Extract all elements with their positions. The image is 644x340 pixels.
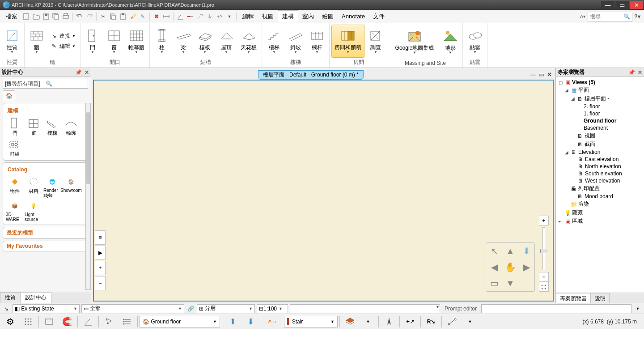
canvas-close-icon[interactable]: ✕ (546, 71, 553, 78)
nav-nw-icon[interactable]: ↖ (486, 243, 502, 259)
angle-snap-icon[interactable] (80, 315, 97, 328)
zoom-slider[interactable]: + − ⛶ (538, 216, 549, 292)
magnet-icon[interactable]: 🧲 (59, 315, 76, 328)
ribbon-search[interactable]: 🔍 (588, 12, 632, 21)
survey-button[interactable]: 調查▼ (365, 25, 386, 58)
search-icon[interactable]: 🔍 (46, 81, 86, 87)
menu-interior[interactable]: 室內 (298, 11, 318, 22)
menu-drawing[interactable]: 繪圖 (318, 11, 338, 22)
wall-button[interactable]: 牆▼ (26, 25, 47, 58)
brush-icon[interactable]: 🖌 (128, 12, 137, 21)
tree-moodboard[interactable]: Mood board (585, 193, 613, 200)
cut-icon[interactable]: ✂ (99, 12, 108, 21)
dc-material[interactable]: 材料 (25, 175, 42, 198)
close-button[interactable]: ✕ (630, 1, 643, 9)
minimize-button[interactable]: — (601, 1, 614, 9)
design-center-search[interactable]: [搜尋所有項目] 🔍 (3, 79, 88, 89)
nav-up-icon[interactable]: ▲ (502, 243, 518, 259)
pencil-icon[interactable]: ✎ (138, 12, 147, 21)
arrow-down-icon[interactable] (205, 12, 214, 21)
grid-icon[interactable] (20, 315, 37, 328)
save-icon[interactable] (42, 12, 51, 21)
recent-models[interactable]: 最近的模型 (3, 227, 88, 239)
zoom-minus-icon[interactable]: − (95, 276, 106, 290)
ceiling-button[interactable]: 天花板▼ (237, 25, 260, 58)
pointcloud-button[interactable]: 點雲▼ (465, 25, 485, 58)
tree-floor-2[interactable]: 2. floor (584, 103, 600, 110)
tree-print-layout[interactable]: 列印配置 (578, 185, 600, 192)
nav-pan-icon[interactable]: ✋ (502, 259, 518, 275)
tree-hidden[interactable]: 隱藏 (572, 209, 583, 217)
prompt-editor-input[interactable] (481, 304, 631, 313)
right-tab-browser[interactable]: 專案瀏覽器 (556, 293, 591, 303)
menu-document[interactable]: 文件 (369, 11, 389, 22)
nav-sw-icon[interactable]: ▭ (486, 275, 502, 291)
properties-button[interactable]: 性質▼ (2, 25, 22, 58)
canvas-tab[interactable]: 樓層平面 - Default - Ground floor (0 m) * (258, 70, 363, 80)
panel-close-icon[interactable]: ✕ (85, 69, 89, 76)
railing-button[interactable]: 欄杆▼ (307, 25, 327, 58)
maximize-button[interactable]: ▭ (615, 1, 629, 9)
floor-down-icon[interactable]: ⬇ (242, 315, 259, 328)
column-button[interactable]: 柱▼ (152, 25, 172, 58)
left-tab-properties[interactable]: 性質 (0, 292, 21, 303)
menu-view[interactable]: 視圖 (258, 11, 278, 22)
wall-connect-button[interactable]: ↘連接 ▼ (48, 31, 78, 41)
project-tree[interactable]: ▢▣Views (5) ◢▦平面 ◢🗎樓層平面 - 2. floor 1. fl… (556, 77, 644, 293)
terrain-button[interactable]: 地形▼ (440, 25, 461, 58)
search-icon[interactable]: 🔍 (623, 13, 630, 20)
tree-ground-floor[interactable]: Ground floor (584, 118, 616, 124)
layers-dropdown-icon[interactable]: ▼ (360, 315, 377, 328)
paste-icon[interactable] (119, 12, 127, 21)
tree-south-elev[interactable]: South elevation (585, 170, 622, 177)
dc-stair[interactable]: 樓梯 (43, 117, 61, 136)
zoom-in-icon[interactable]: + (539, 216, 549, 225)
canvas-min-icon[interactable]: — (530, 71, 537, 78)
window-button[interactable]: 窗▼ (104, 25, 124, 58)
link-icon[interactable]: 🔗 (186, 304, 195, 313)
dimension-icon[interactable] (162, 12, 171, 21)
right-tab-help[interactable]: 說明 (591, 293, 610, 303)
floor-combo[interactable]: 🏠 Ground floor▼ (140, 316, 220, 327)
room-area-button[interactable]: 房間和麵積▼ (331, 25, 364, 58)
dc-profile[interactable]: 輪廓 (62, 117, 80, 136)
undo-icon[interactable] (75, 12, 84, 21)
zoom-fit-icon[interactable]: ⛶ (539, 282, 549, 292)
connector-icon[interactable] (444, 315, 461, 328)
tree-floor-plan[interactable]: 樓層平面 - (585, 95, 609, 102)
curtain-wall-button[interactable]: 帷幕牆▼ (125, 25, 148, 58)
horiz-icon[interactable] (186, 12, 195, 21)
tree-plan[interactable]: 平面 (578, 86, 589, 94)
filter-combo[interactable]: ▭ 全部▼ (81, 304, 184, 313)
list-toggle-icon[interactable]: ≡ (95, 230, 106, 245)
dc-render-style[interactable]: 🌐Render style (43, 175, 61, 198)
gear-icon[interactable]: ⚙ (2, 315, 19, 328)
help-icon[interactable]: ?▾ (633, 12, 642, 21)
dc-light-source[interactable]: 💡Light source (25, 200, 42, 222)
roof-button[interactable]: 屋頂▼ (216, 25, 237, 58)
tree-east-elev[interactable]: East elevation (585, 156, 619, 162)
print-icon[interactable] (61, 12, 70, 21)
object-combo[interactable]: Stair▼ (284, 316, 338, 327)
nav-left-icon[interactable]: ◀ (486, 259, 502, 275)
panel-close-icon[interactable]: ✕ (638, 69, 642, 76)
menu-file[interactable]: 檔案 (2, 11, 21, 22)
dropdown-icon[interactable]: ▼ (633, 304, 642, 313)
stair-button[interactable]: 樓梯▼ (264, 25, 284, 58)
plus-query-icon[interactable]: +? (215, 12, 224, 21)
delete-icon[interactable]: ✖ (152, 12, 161, 21)
tree-basement[interactable]: Basement (584, 125, 608, 131)
sparkle-icon[interactable]: ✦↗ (402, 315, 419, 328)
pin-icon[interactable]: 📌 (628, 69, 635, 76)
my-favourites[interactable]: My Favourites (3, 241, 88, 251)
tab-build[interactable]: 建構 (6, 106, 85, 115)
cursor-icon[interactable] (101, 315, 118, 328)
scale-combo[interactable]: ⊟1:100▼ (257, 304, 288, 313)
tree-floor-1[interactable]: 1. floor (584, 110, 600, 117)
open-icon[interactable] (32, 12, 41, 21)
slab-button[interactable]: 樓板▼ (195, 25, 215, 58)
zoom-out-icon[interactable]: − (539, 272, 549, 282)
prompt-input[interactable]: ▼ (290, 304, 440, 313)
menu-annotate[interactable]: Annotate (338, 11, 369, 21)
copy-icon[interactable] (109, 12, 118, 21)
